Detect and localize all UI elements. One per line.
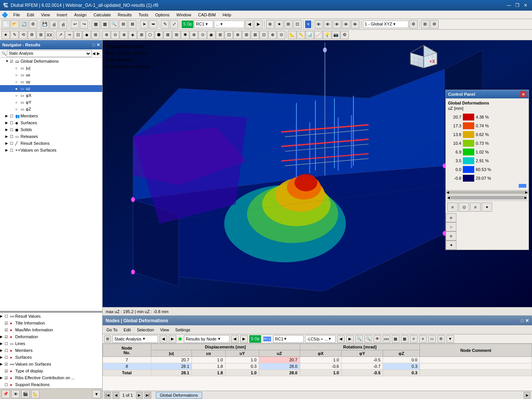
menu-item-assign[interactable]: Assign — [71, 12, 90, 18]
cp-tab-circle[interactable]: ⊙ — [459, 203, 469, 212]
tree-item-type-display[interactable]: ☑ ● Type of display — [0, 367, 102, 374]
menu-item-window[interactable]: Window — [173, 12, 194, 18]
eye-icon5[interactable]: 👁 — [351, 20, 359, 28]
expand-deformation[interactable]: ▶ — [0, 335, 5, 339]
tb2-gear2[interactable]: ⚙ — [340, 31, 349, 39]
expand-global-deformations[interactable]: ▼ — [5, 59, 10, 63]
filter-prev-results[interactable]: ◀ — [231, 335, 239, 343]
tb2-b11[interactable]: ⊙ — [111, 31, 119, 39]
tree-item-releases[interactable]: ▶ ☐ ▭ Releases — [0, 133, 102, 140]
cp-scrollbar-track[interactable] — [450, 191, 524, 193]
results-close-button[interactable]: ✕ — [525, 318, 529, 323]
cube-navigator[interactable]: +X — [407, 43, 441, 78]
tree-item-u-abs[interactable]: ○ ▭ |u| — [0, 65, 102, 71]
menu-item-results[interactable]: Results — [115, 12, 135, 18]
check-lines[interactable]: ☐ — [5, 342, 10, 346]
results-icon3[interactable]: ⊞ — [284, 20, 293, 28]
tb2-b12[interactable]: ⊗ — [120, 31, 128, 39]
tree-item-title-info[interactable]: ☑ ● Title Information — [0, 320, 102, 326]
zoom-button[interactable]: 🔍 — [110, 20, 118, 28]
rc1-dropdown[interactable]: RC1 ▾ — [194, 21, 213, 28]
check-phiY[interactable]: ○ — [15, 100, 21, 104]
cp-hscroll-left-icon[interactable]: ◀ — [447, 196, 450, 200]
check-global-deformations[interactable]: ☑ — [10, 59, 15, 63]
tb2-b5[interactable]: ⊞ — [36, 31, 45, 39]
cp-tab-star[interactable]: ✦ — [481, 203, 492, 212]
results-header-controls[interactable]: □ ✕ — [521, 318, 529, 323]
analysis-type-select[interactable]: Static Analysis — [7, 50, 92, 57]
tree-item-ribs[interactable]: ▶ ☑ ● Ribs Effective Contribution on ... — [0, 374, 102, 381]
check-surfaces-lower[interactable]: ☐ — [5, 355, 10, 359]
check-solids[interactable]: ☐ — [10, 128, 15, 132]
tb2-b17[interactable]: ⊠ — [163, 31, 172, 39]
tree-item-maxmin-info[interactable]: ☑ ● Max/Min Information — [0, 326, 102, 333]
tree-item-surfaces-lower[interactable]: ▶ ☐ ● Surfaces — [0, 354, 102, 361]
tb2-b26[interactable]: ⊞ — [242, 31, 250, 39]
cp-hscroll-bar[interactable]: ◀ ▶ — [447, 195, 527, 200]
results-menu-view[interactable]: View — [158, 327, 171, 333]
results-menu-edit[interactable]: Edit — [121, 327, 133, 333]
lc-combo-dropdown[interactable]: -LC5/p + ... ▾ — [305, 335, 336, 343]
minimize-button[interactable]: — — [505, 2, 512, 9]
nav-header-controls[interactable]: □ ✕ — [92, 43, 100, 48]
table-row[interactable]: 8 28.1 1.8 0.3 28.0 -0.6 -0.7 0.3 — [103, 363, 532, 370]
check-ux[interactable]: ○ — [15, 73, 21, 77]
first-page-button[interactable]: |◀ — [104, 392, 111, 399]
nav-btn3[interactable]: 🎬 — [21, 390, 30, 398]
prev-lc[interactable]: ◀ — [245, 20, 253, 28]
nav-next-icon[interactable]: ▶ — [97, 51, 100, 55]
tree-item-values-surfaces[interactable]: ▶ ☐ ✕✕ Values on Surfaces — [0, 147, 102, 154]
filter-prev-analysis[interactable]: ◀ — [160, 335, 167, 343]
redo-button[interactable]: ↪ — [80, 20, 88, 28]
check-phiZ[interactable]: ○ — [15, 107, 21, 111]
check-title-info[interactable]: ☑ — [5, 321, 10, 325]
grid-button[interactable]: ▦ — [92, 20, 100, 28]
cp-tabb-4[interactable]: ✦ — [446, 241, 456, 250]
save-button[interactable]: 💾 — [41, 20, 49, 28]
expand-values-surfaces[interactable]: ▶ — [5, 148, 10, 152]
analysis-type-filter[interactable]: Static Analysis ▾ — [112, 335, 158, 343]
check-type-display[interactable]: ☑ — [5, 369, 10, 373]
cp-hscroll-right-icon[interactable]: ▶ — [524, 196, 527, 200]
table-scroll-right[interactable]: ▶ — [524, 392, 530, 399]
tree-item-global-deformations[interactable]: ▼ ☑ 🗂 Global Deformations — [0, 58, 102, 65]
tree-item-values-surfaces-lower[interactable]: ▶ ☑ xxx Values on Surfaces — [0, 361, 102, 367]
tree-item-phiX[interactable]: ○ ▭ φX — [0, 92, 102, 99]
filter-table3[interactable]: ≡ — [410, 335, 418, 343]
menu-item-calculate[interactable]: Calculate — [90, 12, 114, 18]
last-page-button[interactable]: ▶| — [144, 392, 151, 399]
tb2-b24[interactable]: ⊡ — [225, 31, 233, 39]
filter-eye[interactable]: 👁 — [374, 335, 381, 343]
check-result-values[interactable]: ☐ — [5, 314, 10, 318]
eye-icon1[interactable]: 👁 — [315, 20, 323, 28]
prev-page-button[interactable]: ◀ — [112, 392, 119, 399]
tb2-measure[interactable]: 📏 — [297, 31, 305, 39]
eye-icon2[interactable]: 👁 — [324, 20, 332, 28]
tb2-b28[interactable]: ⊡ — [260, 31, 268, 39]
tree-item-members[interactable]: ▶ ☐ 👥 Members — [0, 112, 102, 119]
check-result-sections[interactable]: ☐ — [10, 141, 15, 146]
tb2-b20[interactable]: ⊕ — [190, 31, 198, 39]
tree-item-uz[interactable]: ● ▭ uz — [0, 85, 102, 92]
results-icon4[interactable]: ⊡ — [293, 20, 302, 28]
open-button[interactable]: 📂 — [11, 20, 19, 28]
tb2-b25[interactable]: ⊗ — [233, 31, 242, 39]
expand-releases[interactable]: ▶ — [5, 135, 10, 138]
expand-lines[interactable]: ▶ — [0, 342, 5, 345]
nav-btn1[interactable]: 📌 — [2, 390, 10, 398]
icon-b3[interactable]: ➤ — [140, 20, 148, 28]
viewport-3d[interactable]: Clipping Plane mode RC1 - -LC5/p + CO2/p… — [103, 40, 532, 315]
tb2-b18[interactable]: ⊞ — [172, 31, 180, 39]
cp-tabb-1[interactable]: ≡ — [446, 213, 456, 222]
coord-dropdown[interactable]: 1 - Global XYZ ▾ — [363, 21, 408, 28]
coord-settings[interactable]: ⚙ — [409, 20, 418, 28]
filter-table2[interactable]: ▦ — [401, 335, 408, 343]
next-page-button[interactable]: ▶ — [136, 392, 143, 399]
tb2-camera[interactable]: 📷 — [332, 31, 340, 39]
tb2-b21[interactable]: ⊙ — [198, 31, 207, 39]
filter-table[interactable]: ▦ — [392, 335, 399, 343]
results-menu-goto[interactable]: Go To — [104, 327, 120, 333]
tb2-arrow2[interactable]: ⇒ — [65, 31, 73, 39]
expand-surfaces-lower[interactable]: ▶ — [0, 355, 5, 359]
filter-next-lc[interactable]: ▶ — [346, 335, 354, 343]
